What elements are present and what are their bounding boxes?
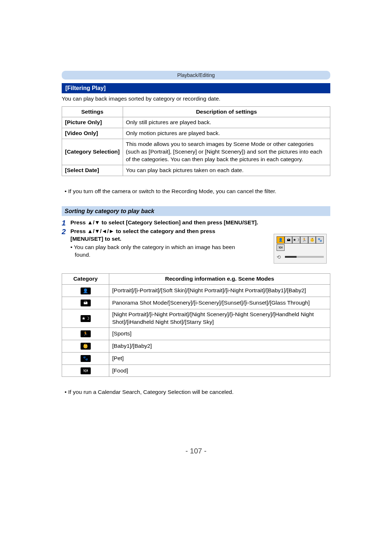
table-row: [Video Only] Only motion pictures are pl…: [62, 128, 330, 139]
figure-cell: 🏃: [300, 236, 308, 244]
category-icon-cell: 🍽: [62, 364, 109, 377]
setting-desc: Only still pictures are played back.: [123, 117, 330, 128]
table-row: [Select Date] You can play back pictures…: [62, 165, 330, 176]
sports-icon: 🏃: [81, 330, 91, 337]
col-settings: Settings: [62, 106, 123, 117]
pet-icon: 🐾: [81, 355, 91, 362]
dial-icon: ⟲: [277, 254, 281, 261]
table-row: 👶 [Baby1]/[Baby2]: [62, 340, 330, 352]
setting-desc: Only motion pictures are played back.: [123, 128, 330, 139]
category-desc: [Pet]: [109, 352, 330, 364]
food-icon: 🍽: [81, 367, 91, 374]
category-desc: [Food]: [109, 364, 330, 377]
setting-desc: You can play back pictures taken on each…: [123, 165, 330, 176]
step-note: • You can play back only the category in…: [70, 244, 241, 259]
setting-name: [Picture Only]: [62, 117, 123, 128]
intro-text: You can play back images sorted by categ…: [62, 95, 330, 103]
baby-icon: 👶: [81, 343, 91, 350]
step-text: Press ▲/▼/◄/► to select the category and…: [70, 228, 241, 243]
category-icon-cell: 👶: [62, 340, 109, 352]
breadcrumb: Playback/Editing: [62, 71, 330, 80]
category-desc: [Baby1]/[Baby2]: [109, 340, 330, 352]
figure-cell: 🐾: [316, 236, 324, 244]
scenery-icon: 🏔: [81, 300, 91, 306]
subheader-sorting: Sorting by category to play back: [62, 206, 330, 216]
category-desc: Panorama Shot Mode/[Scenery]/[i-Scenery]…: [109, 297, 330, 309]
page-number: - 107 -: [0, 446, 392, 456]
category-selection-figure: 👤 🏔 ★☽ 🏃 👶 🐾 🍽 ⟲: [274, 234, 327, 264]
table-row: 👤 [Portrait]/[i-Portrait]/[Soft Skin]/[N…: [62, 285, 330, 297]
table-row: 🏃 [Sports]: [62, 327, 330, 340]
table-header-row: Category Recording information e.g. Scen…: [62, 274, 330, 285]
figure-cell: 🏔: [285, 236, 293, 244]
figure-cell: 🍽: [277, 244, 285, 251]
category-table: Category Recording information e.g. Scen…: [62, 273, 330, 377]
figure-icon-row: 👤 🏔 ★☽ 🏃 👶 🐾: [277, 236, 324, 244]
figure-cell: ★☽: [292, 236, 300, 244]
settings-table: Settings Description of settings [Pictur…: [62, 106, 330, 176]
portrait-icon: 👤: [81, 288, 91, 294]
table-row: 🏔 Panorama Shot Mode/[Scenery]/[i-Scener…: [62, 297, 330, 309]
note-calendar-search: • If you run a Calendar Search, Category…: [62, 388, 330, 397]
table-row: [Picture Only] Only still pictures are p…: [62, 117, 330, 128]
breadcrumb-text: Playback/Editing: [177, 72, 215, 79]
table-row: 🍽 [Food]: [62, 364, 330, 377]
setting-name: [Video Only]: [62, 128, 123, 139]
figure-progress-bar: [285, 256, 324, 258]
night-icon: ★☽: [81, 315, 91, 322]
step-number: 2: [62, 228, 70, 236]
step-number: 1: [62, 219, 70, 227]
setting-name: [Category Selection]: [62, 139, 123, 165]
figure-cell-selected: 👤: [277, 236, 285, 244]
step-1: 1 Press ▲/▼ to select [Category Selectio…: [62, 219, 330, 227]
category-desc: [Night Portrait]/[i-Night Portrait]/[Nig…: [109, 309, 330, 327]
table-row: ★☽ [Night Portrait]/[i-Night Portrait]/[…: [62, 309, 330, 327]
note-filter-cancel: • If you turn off the camera or switch t…: [62, 187, 330, 196]
category-icon-cell: ★☽: [62, 309, 109, 327]
setting-desc: This mode allows you to search images by…: [123, 139, 330, 165]
col-recording-info: Recording information e.g. Scene Modes: [109, 274, 330, 285]
category-desc: [Portrait]/[i-Portrait]/[Soft Skin]/[Nig…: [109, 285, 330, 297]
category-desc: [Sports]: [109, 327, 330, 340]
col-description: Description of settings: [123, 106, 330, 117]
category-icon-cell: 🏔: [62, 297, 109, 309]
table-row: 🐾 [Pet]: [62, 352, 330, 364]
setting-name: [Select Date]: [62, 165, 123, 176]
category-icon-cell: 🏃: [62, 327, 109, 340]
col-category: Category: [62, 274, 109, 285]
table-row: [Category Selection] This mode allows yo…: [62, 139, 330, 165]
figure-cell: 👶: [308, 236, 316, 244]
category-icon-cell: 🐾: [62, 352, 109, 364]
section-title: [Filtering Play]: [62, 83, 330, 93]
category-icon-cell: 👤: [62, 285, 109, 297]
table-header-row: Settings Description of settings: [62, 106, 330, 117]
step-text: Press ▲/▼ to select [Category Selection]…: [70, 219, 330, 227]
